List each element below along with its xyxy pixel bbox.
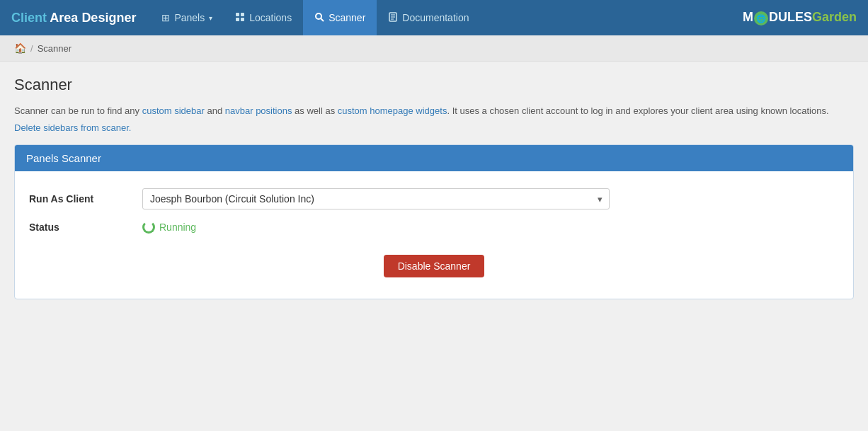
button-area: Disable Scanner [29, 255, 839, 277]
scanner-icon [314, 12, 324, 24]
brand-client: Client [11, 11, 50, 25]
nav-documentation-label: Documentation [402, 12, 469, 23]
desc-part2: and [205, 105, 225, 116]
desc-part4: . It uses a chosen client account to log… [447, 105, 828, 116]
desc-part1: Scanner can be run to find any [14, 105, 142, 116]
page-description: Scanner can be run to find any custom si… [14, 104, 854, 119]
logo-m-letter: M [743, 10, 753, 24]
panel-body: Run As Client Joesph Bourbon (Circuit So… [15, 171, 853, 299]
svg-line-5 [321, 18, 324, 21]
nav-panels-label: Panels [174, 12, 205, 23]
svg-point-4 [316, 13, 321, 19]
panel-header: Panels Scanner [15, 145, 853, 171]
breadcrumb-current: Scanner [38, 43, 72, 54]
panel-card: Panels Scanner Run As Client Joesph Bour… [14, 144, 854, 299]
status-wrap: Running [142, 221, 839, 234]
logo-odules: DULES [769, 10, 812, 24]
delete-sidebars-link[interactable]: Delete sidebars from scaner. [14, 122, 131, 133]
nav-scanner-label: Scanner [329, 12, 365, 23]
desc-highlight1: custom sidebar [142, 105, 205, 116]
client-select[interactable]: Joesph Bourbon (Circuit Solution Inc) Jo… [142, 188, 610, 209]
status-indicator: Running [142, 221, 839, 234]
breadcrumb: 🏠 / Scanner [0, 35, 868, 62]
client-select-wrapper: Joesph Bourbon (Circuit Solution Inc) Jo… [142, 188, 610, 209]
svg-rect-1 [241, 13, 244, 16]
svg-rect-2 [236, 18, 239, 21]
modules-garden-logo: M🌐DULESGarden [743, 10, 857, 25]
status-spinner-icon [142, 221, 155, 234]
svg-rect-3 [241, 18, 244, 21]
desc-part3: as well as [292, 105, 337, 116]
navbar: Client Area Designer ⊞ Panels ▾ Location… [0, 0, 868, 35]
breadcrumb-separator: / [30, 43, 33, 54]
desc-highlight3: custom homepage widgets [338, 105, 447, 116]
documentation-icon [388, 12, 398, 24]
status-value: Running [159, 222, 196, 233]
nav-items: ⊞ Panels ▾ Locations Scanner Documentati… [150, 0, 743, 35]
brand-logo[interactable]: Client Area Designer [11, 11, 136, 25]
nav-item-scanner[interactable]: Scanner [303, 0, 377, 35]
nav-item-documentation[interactable]: Documentation [377, 0, 480, 35]
status-label: Status [29, 222, 142, 233]
status-row: Status Running [29, 221, 839, 234]
logo-garden: Garden [812, 10, 857, 24]
disable-scanner-button[interactable]: Disable Scanner [384, 255, 485, 277]
svg-rect-0 [236, 13, 239, 16]
run-as-client-row: Run As Client Joesph Bourbon (Circuit So… [29, 188, 839, 209]
logo-globe: 🌐 [754, 11, 768, 25]
brand-designer: Designer [81, 11, 136, 25]
page-title: Scanner [14, 76, 854, 94]
brand-area: Area [50, 11, 81, 25]
nav-item-panels[interactable]: ⊞ Panels ▾ [150, 0, 224, 35]
panels-icon: ⊞ [161, 12, 170, 23]
home-icon[interactable]: 🏠 [14, 42, 26, 54]
run-as-client-wrap: Joesph Bourbon (Circuit Solution Inc) Jo… [142, 188, 839, 209]
locations-icon [235, 12, 245, 24]
desc-highlight2: navbar positions [225, 105, 292, 116]
nav-locations-label: Locations [249, 12, 292, 23]
main-content: Scanner Scanner can be run to find any c… [0, 62, 868, 430]
panels-dropdown-icon: ▾ [209, 14, 212, 22]
run-as-client-label: Run As Client [29, 193, 142, 205]
nav-item-locations[interactable]: Locations [224, 0, 303, 35]
